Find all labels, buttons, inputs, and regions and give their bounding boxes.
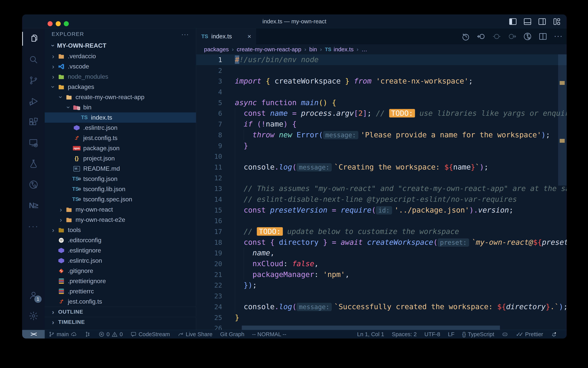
tree-item-tsconfig.spec.json[interactable]: TS⚙tsconfig.spec.json xyxy=(45,194,196,204)
code-line-11[interactable]: 11 console.log(message:`Creating the wor… xyxy=(196,162,567,173)
activity-gitlens-icon[interactable] xyxy=(22,174,45,195)
breadcrumb-item-index.ts[interactable]: TSindex.ts xyxy=(325,46,354,53)
breadcrumb-item-packages[interactable]: packages xyxy=(204,46,229,53)
code-line-19[interactable]: 19 name, xyxy=(196,248,567,258)
section-timeline[interactable]: ›TIMELINE xyxy=(45,317,196,327)
activity-source-control-icon[interactable] xyxy=(22,70,45,91)
code-line-13[interactable]: 13 // This assumes "my-own-react" and "c… xyxy=(196,183,567,194)
status-codestream[interactable]: CodeStream xyxy=(127,330,174,339)
split-editor-icon[interactable] xyxy=(538,32,547,41)
tab-index-ts[interactable]: TS index.ts × xyxy=(196,28,256,44)
status-indentation[interactable]: Spaces: 2 xyxy=(388,330,421,339)
code-line-5[interactable]: 5async function main() { xyxy=(196,97,567,108)
status-problems[interactable]: 00 xyxy=(95,330,127,339)
timeline-history-icon[interactable] xyxy=(461,32,470,41)
tree-item-project.json[interactable]: {}project.json xyxy=(45,153,196,164)
activity-nx-console-icon[interactable]: N≥ xyxy=(22,195,45,216)
more-actions-icon[interactable]: ··· xyxy=(554,32,563,41)
status-pipeline[interactable] xyxy=(81,330,95,339)
code-line-2[interactable]: 2 xyxy=(196,65,567,76)
breadcrumb-item-create-my-own-react-app[interactable]: create-my-own-react-app xyxy=(237,46,301,53)
tree-item-tools[interactable]: ›tools xyxy=(45,225,196,235)
chevron-down-icon[interactable]: › xyxy=(50,83,57,91)
activity-run-debug-icon[interactable] xyxy=(22,91,45,112)
status-prettier[interactable]: ✓✓Prettier xyxy=(512,330,547,339)
tree-item-tsconfig.lib.json[interactable]: TS⚙tsconfig.lib.json xyxy=(45,184,196,194)
code-line-17[interactable]: 17 // TODO: update below to customize th… xyxy=(196,226,567,237)
activity-search-icon[interactable] xyxy=(22,49,45,70)
tree-item-readme.md[interactable]: M↓README.md xyxy=(45,164,196,174)
workspace-root-folder[interactable]: › MY-OWN-REACT xyxy=(45,40,196,51)
gitlens-compare-icon[interactable] xyxy=(523,32,532,41)
horizontal-scrollbar[interactable] xyxy=(242,326,500,330)
status-encoding[interactable]: UTF-8 xyxy=(421,330,444,339)
tree-item-jest.config.ts[interactable]: ᴊjest.config.ts xyxy=(45,296,196,307)
tree-item-index.ts[interactable]: TSindex.ts xyxy=(45,112,196,123)
activity-remote-explorer-icon[interactable] xyxy=(22,132,45,153)
activity-testing-icon[interactable] xyxy=(22,153,45,174)
open-changes-icon[interactable] xyxy=(492,32,501,41)
chevron-right-icon[interactable]: › xyxy=(49,53,57,60)
next-change-icon[interactable] xyxy=(508,32,517,41)
code-line-9[interactable]: 9 } xyxy=(196,140,567,151)
code-line-14[interactable]: 14 // eslint-disable-next-line @typescri… xyxy=(196,194,567,205)
activity-explorer-icon[interactable] xyxy=(22,28,45,49)
tree-item-tsconfig.json[interactable]: TS⚙tsconfig.json xyxy=(45,174,196,184)
status-live-share[interactable]: Live Share xyxy=(174,330,216,339)
code-line-7[interactable]: 7 if (!name) { xyxy=(196,119,567,130)
code-line-12[interactable]: 12 xyxy=(196,173,567,184)
activity-settings-icon[interactable] xyxy=(22,305,45,326)
code-line-3[interactable]: 3import { createWorkspace } from 'create… xyxy=(196,76,567,87)
code-line-25[interactable]: 25} xyxy=(196,312,567,323)
code-line-20[interactable]: 20 nxCloud: false, xyxy=(196,258,567,269)
status-copilot[interactable] xyxy=(498,330,512,339)
code-line-4[interactable]: 4 xyxy=(196,87,567,97)
section-outline[interactable]: ›OUTLINE xyxy=(45,307,196,317)
code-line-6[interactable]: 6 const name = process.argv[2]; // TODO:… xyxy=(196,108,567,119)
tree-item-jest.config.ts[interactable]: ᴊjest.config.ts xyxy=(45,133,196,143)
code-line-15[interactable]: 15 const presetVersion = require(id:'../… xyxy=(196,205,567,216)
status-notifications[interactable] xyxy=(547,330,561,339)
tree-item-.prettierrc[interactable]: .prettierrc xyxy=(45,286,196,296)
activity-accounts-icon[interactable]: 1 xyxy=(22,285,45,305)
tree-item-.vscode[interactable]: ›.vscode xyxy=(45,61,196,72)
status-git-graph[interactable]: Git Graph xyxy=(216,330,248,339)
chevron-down-icon[interactable]: › xyxy=(65,104,72,111)
code-line-1[interactable]: 1#!/usr/bin/env node xyxy=(196,54,567,65)
status-eol[interactable]: LF xyxy=(444,330,458,339)
code-line-24[interactable]: 24 console.log(message:`Successfully cre… xyxy=(196,302,567,312)
close-tab-icon[interactable]: × xyxy=(247,33,251,40)
status-remote-indicator[interactable]: >< xyxy=(22,330,45,339)
chevron-down-icon[interactable]: › xyxy=(57,93,65,101)
breadcrumb-item-bin[interactable]: bin xyxy=(309,46,317,53)
tree-item-.verdaccio[interactable]: ›.verdaccio xyxy=(45,51,196,61)
layout-customize-icon[interactable] xyxy=(552,17,561,26)
chevron-right-icon[interactable]: › xyxy=(49,226,57,234)
chevron-right-icon[interactable]: › xyxy=(57,216,65,223)
status-git-branch[interactable]: main xyxy=(45,330,81,339)
tree-item-package.json[interactable]: npmpackage.json xyxy=(45,143,196,153)
tree-item-bin[interactable]: ›bin xyxy=(45,102,196,112)
code-line-16[interactable]: 16 xyxy=(196,215,567,226)
code-line-10[interactable]: 10 xyxy=(196,151,567,162)
layout-panel-icon[interactable] xyxy=(523,17,532,26)
activity-more-icon[interactable]: ··· xyxy=(22,216,45,237)
code-line-21[interactable]: 21 packageManager: 'npm', xyxy=(196,269,567,280)
code-line-18[interactable]: 18 const { directory } = await createWor… xyxy=(196,237,567,248)
code-line-8[interactable]: 8 throw new Error(message:'Please provid… xyxy=(196,130,567,140)
activity-extensions-icon[interactable] xyxy=(22,112,45,132)
explorer-more-actions-icon[interactable]: ··· xyxy=(181,30,189,38)
tree-item-.prettierignore[interactable]: .prettierignore xyxy=(45,276,196,286)
tree-item-.eslintrc.json[interactable]: .eslintrc.json xyxy=(45,256,196,266)
tree-item-my-own-react[interactable]: ›my-own-react xyxy=(45,204,196,215)
tree-item-.gitignore[interactable]: .gitignore xyxy=(45,266,196,276)
breadcrumb-item--[interactable]: … xyxy=(362,46,367,53)
code-line-22[interactable]: 22 }); xyxy=(196,280,567,291)
code-line-23[interactable]: 23 xyxy=(196,291,567,302)
tree-item-create-my-own-react-app[interactable]: ›create-my-own-react-app xyxy=(45,92,196,102)
code-editor[interactable]: 1#!/usr/bin/env node23import { createWor… xyxy=(196,54,567,330)
vertical-scrollbar[interactable] xyxy=(558,54,567,185)
tree-item-my-own-react-e2e[interactable]: ›my-own-react-e2e xyxy=(45,215,196,225)
status-language-mode[interactable]: {}TypeScript xyxy=(458,330,498,339)
chevron-right-icon[interactable]: › xyxy=(57,206,65,213)
